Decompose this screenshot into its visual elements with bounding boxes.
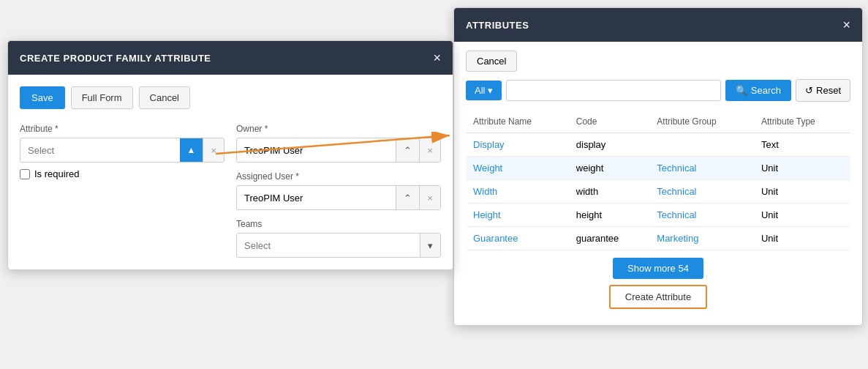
owner-input[interactable]: [237, 140, 396, 161]
cancel-button[interactable]: Cancel: [139, 86, 190, 109]
group-link[interactable]: Technical: [657, 163, 696, 174]
cell-code: guarantee: [569, 227, 650, 250]
attribute-name-link[interactable]: Width: [473, 186, 497, 197]
right-modal-title: ATTRIBUTES: [466, 20, 529, 31]
reset-label: Reset: [816, 85, 841, 96]
table-header-row: Attribute Name Code Attribute Group Attr…: [466, 111, 850, 133]
cell-group[interactable]: Marketing: [649, 227, 754, 250]
search-bar: All ▾ 🔍 Search ↺ Reset: [466, 79, 850, 102]
attribute-select-button[interactable]: ▲: [180, 138, 203, 162]
right-top-bar: Cancel: [466, 51, 850, 72]
table-row[interactable]: Width width Technical Unit: [466, 180, 850, 204]
group-link[interactable]: Technical: [657, 209, 696, 220]
search-input[interactable]: [506, 80, 720, 101]
table-body: Display display Text Weight weight Techn…: [466, 133, 850, 250]
is-required-label: Is required: [34, 168, 79, 179]
owner-input-wrapper: ⌃ ×: [236, 138, 441, 163]
cell-name[interactable]: Display: [466, 133, 569, 157]
teams-expand-button[interactable]: ▾: [420, 234, 440, 257]
assigned-user-field-group: Assigned User * ⌃ ×: [236, 171, 441, 210]
cell-group[interactable]: Technical: [649, 204, 754, 227]
table-row[interactable]: Display display Text: [466, 133, 850, 157]
group-link[interactable]: Technical: [657, 186, 696, 197]
cell-name[interactable]: Width: [466, 180, 569, 204]
cell-type: Unit: [754, 227, 850, 250]
reset-button[interactable]: ↺ Reset: [796, 79, 850, 102]
cell-name[interactable]: Weight: [466, 157, 569, 180]
teams-field-group: Teams ▾: [236, 219, 441, 258]
attribute-field-group: Attribute * ▲ ×: [20, 124, 224, 163]
create-product-family-modal: CREATE PRODUCT FAMILY ATTRIBUTE × Save F…: [7, 40, 453, 270]
assigned-user-input[interactable]: [237, 187, 396, 209]
attributes-table: Attribute Name Code Attribute Group Attr…: [466, 111, 850, 250]
is-required-group: Is required: [20, 168, 224, 179]
cell-group[interactable]: Technical: [649, 157, 754, 180]
table-row[interactable]: Weight weight Technical Unit: [466, 157, 850, 180]
teams-input[interactable]: [237, 235, 420, 256]
cell-group[interactable]: Technical: [649, 180, 754, 204]
attributes-cancel-button[interactable]: Cancel: [466, 51, 517, 72]
cell-type: Unit: [754, 204, 850, 227]
assigned-user-input-wrapper: ⌃ ×: [236, 185, 441, 210]
cell-code: display: [569, 133, 650, 157]
assigned-user-clear-button[interactable]: ×: [419, 186, 440, 209]
reset-icon: ↺: [805, 85, 813, 96]
show-more-button[interactable]: Show more 54: [613, 258, 703, 279]
cell-type: Unit: [754, 157, 850, 180]
attribute-name-link[interactable]: Weight: [473, 163, 502, 174]
filter-all-button[interactable]: All ▾: [466, 81, 502, 100]
table-footer: Show more 54 Create Attribute: [466, 250, 850, 316]
attribute-input[interactable]: [20, 140, 180, 161]
action-buttons-row: Save Full Form Cancel: [20, 86, 441, 109]
owner-expand-button[interactable]: ⌃: [396, 138, 419, 162]
right-modal-header: ATTRIBUTES ×: [454, 8, 862, 42]
filter-label: All: [475, 85, 485, 96]
is-required-checkbox[interactable]: [20, 169, 30, 179]
col-attribute-name: Attribute Name: [466, 111, 569, 133]
assigned-user-expand-button[interactable]: ⌃: [396, 186, 419, 209]
col-code: Code: [569, 111, 650, 133]
left-modal-header: CREATE PRODUCT FAMILY ATTRIBUTE ×: [8, 41, 453, 75]
table-row[interactable]: Height height Technical Unit: [466, 204, 850, 227]
group-link[interactable]: Marketing: [657, 233, 698, 244]
attribute-name-link[interactable]: Guarantee: [473, 233, 518, 244]
owner-clear-button[interactable]: ×: [419, 138, 440, 162]
cell-name[interactable]: Height: [466, 204, 569, 227]
cell-code: width: [569, 180, 650, 204]
teams-label: Teams: [236, 219, 441, 229]
table-row[interactable]: Guarantee guarantee Marketing Unit: [466, 227, 850, 250]
col-attribute-type: Attribute Type: [754, 111, 850, 133]
attribute-label: Attribute *: [20, 124, 224, 134]
cell-code: height: [569, 204, 650, 227]
search-icon: 🔍: [736, 85, 747, 96]
owner-field-group: Owner * ⌃ ×: [236, 124, 441, 163]
left-modal-title: CREATE PRODUCT FAMILY ATTRIBUTE: [20, 53, 211, 64]
cell-name[interactable]: Guarantee: [466, 227, 569, 250]
attributes-modal: ATTRIBUTES × Cancel All ▾ 🔍 Search ↺ Res…: [453, 7, 863, 326]
right-modal-close-button[interactable]: ×: [842, 18, 850, 31]
left-modal-close-button[interactable]: ×: [433, 51, 441, 64]
save-button[interactable]: Save: [20, 86, 65, 109]
attribute-input-wrapper: ▲ ×: [20, 138, 224, 163]
left-form-column: Attribute * ▲ × Is required: [20, 124, 224, 258]
owner-label: Owner *: [236, 124, 441, 134]
col-attribute-group: Attribute Group: [649, 111, 754, 133]
cell-group: [649, 133, 754, 157]
cell-code: weight: [569, 157, 650, 180]
form-grid: Attribute * ▲ × Is required Owner *: [20, 124, 441, 258]
search-label: Search: [751, 85, 781, 96]
right-form-column: Owner * ⌃ × Assigned User * ⌃ ×: [236, 124, 441, 258]
search-button[interactable]: 🔍 Search: [725, 80, 791, 101]
assigned-user-label: Assigned User *: [236, 171, 441, 182]
right-modal-body: Cancel All ▾ 🔍 Search ↺ Reset Attribute …: [454, 42, 862, 325]
teams-input-wrapper: ▾: [236, 233, 441, 258]
attribute-clear-button[interactable]: ×: [203, 138, 224, 162]
create-attribute-button[interactable]: Create Attribute: [609, 285, 707, 309]
cell-type: Text: [754, 133, 850, 157]
filter-chevron-icon: ▾: [488, 85, 493, 96]
full-form-button[interactable]: Full Form: [71, 86, 133, 109]
attribute-name-link[interactable]: Height: [473, 209, 501, 220]
table-head: Attribute Name Code Attribute Group Attr…: [466, 111, 850, 133]
attribute-name-link[interactable]: Display: [473, 139, 505, 150]
left-modal-body: Save Full Form Cancel Attribute * ▲ × Is…: [8, 75, 453, 269]
